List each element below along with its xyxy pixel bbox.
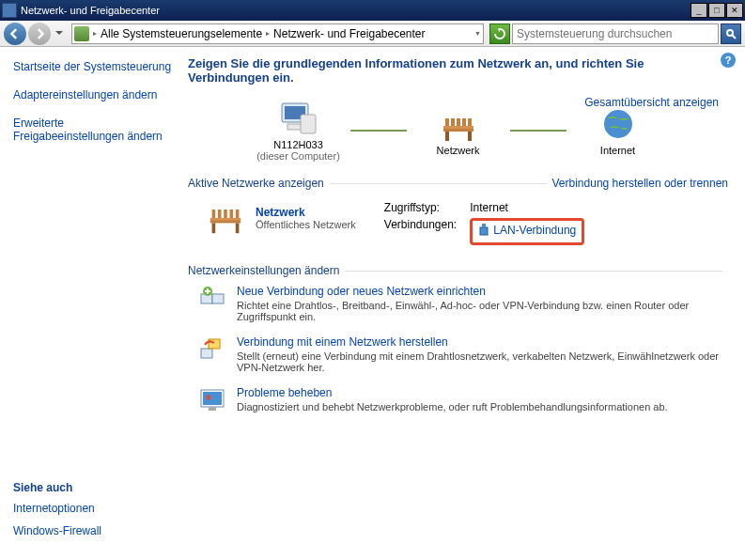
lan-connection-link[interactable]: LAN-Verbindung (478, 224, 576, 237)
nav-history-dropdown[interactable] (53, 23, 66, 45)
map-computer-name: N112H033 (273, 139, 323, 150)
svg-rect-24 (236, 210, 240, 218)
new-connection-icon (199, 285, 225, 311)
lan-connection-highlight: LAN-Verbindung (470, 218, 584, 245)
sidebar: Startseite der Systemsteuerung Adapterei… (0, 47, 188, 560)
network-icon (438, 105, 479, 143)
svg-rect-14 (468, 118, 472, 126)
svg-rect-8 (468, 132, 472, 141)
setting-troubleshoot-link[interactable]: Probleme beheben (237, 386, 332, 399)
svg-rect-5 (301, 115, 316, 133)
close-button[interactable]: ✕ (726, 3, 743, 18)
help-icon[interactable]: ? (721, 53, 736, 68)
svg-rect-26 (482, 224, 486, 227)
network-name-link[interactable]: Netzwerk (256, 206, 305, 219)
svg-rect-19 (210, 218, 241, 221)
app-icon (2, 3, 17, 18)
access-type-value: Internet (470, 201, 584, 214)
setting-new-connection-link[interactable]: Neue Verbindung oder neues Netzwerk einr… (237, 285, 486, 298)
map-node-internet: Internet (567, 105, 670, 156)
sidebar-internet-options[interactable]: Internetoptionen (13, 502, 175, 515)
svg-rect-21 (218, 210, 222, 218)
svg-rect-10 (445, 118, 449, 126)
minimize-button[interactable]: _ (691, 3, 707, 18)
sidebar-windows-firewall[interactable]: Windows-Firewall (13, 524, 175, 537)
setting-troubleshoot: Probleme beheben Diagnostiziert und behe… (188, 386, 728, 412)
svg-rect-25 (480, 227, 488, 235)
svg-rect-17 (212, 223, 216, 233)
svg-rect-30 (201, 349, 212, 358)
connect-disconnect-link[interactable]: Verbindung herstellen oder trennen (552, 177, 728, 190)
access-type-label: Zugriffstyp: (384, 201, 457, 214)
back-button[interactable] (4, 23, 26, 45)
divider (330, 183, 547, 184)
search-box[interactable] (512, 23, 719, 44)
setting-new-connection: Neue Verbindung oder neues Netzwerk einr… (188, 285, 728, 322)
troubleshoot-icon (199, 386, 225, 412)
active-networks-heading: Aktive Netzwerke anzeigen (188, 177, 324, 190)
change-settings-heading: Netzwerkeinstellungen ändern (188, 264, 339, 277)
chevron-right-icon: ▸ (93, 29, 97, 38)
map-network-label: Netzwerk (437, 145, 480, 156)
map-internet-label: Internet (600, 145, 635, 156)
network-map: Gesamtübersicht anzeigen N112H033 (diese… (188, 90, 728, 173)
computer-icon (278, 100, 319, 137)
svg-rect-23 (230, 210, 234, 218)
search-input[interactable] (517, 27, 714, 40)
svg-rect-33 (203, 392, 222, 405)
address-bar[interactable]: ▸ Alle Systemsteuerungselemente ▸ Netzwe… (71, 23, 484, 44)
svg-rect-28 (212, 294, 224, 303)
map-connection-line (350, 130, 407, 132)
svg-rect-9 (443, 126, 473, 129)
setting-new-connection-desc: Richtet eine Drahtlos-, Breitband-, Einw… (237, 300, 728, 322)
divider (345, 271, 722, 272)
refresh-button[interactable] (489, 23, 510, 44)
connections-label: Verbindungen: (384, 218, 457, 245)
svg-rect-12 (457, 118, 460, 126)
sidebar-adapter-settings[interactable]: Adaptereinstellungen ändern (13, 88, 175, 101)
title-bar: Netzwerk- und Freigabecenter _ □ ✕ (0, 0, 745, 21)
chevron-right-icon: ▸ (266, 29, 270, 38)
setting-connect-network-desc: Stellt (erneut) eine Verbindung mit eine… (237, 350, 728, 373)
control-panel-icon (74, 26, 89, 41)
setting-connect-network: Verbindung mit einem Netzwerk herstellen… (188, 335, 728, 373)
connect-network-icon (199, 335, 225, 362)
svg-rect-18 (236, 223, 240, 233)
page-heading: Zeigen Sie die grundlegenden Information… (188, 56, 728, 85)
sidebar-home[interactable]: Startseite der Systemsteuerung (13, 60, 175, 73)
svg-rect-13 (462, 118, 466, 126)
sidebar-advanced-sharing[interactable]: Erweiterte Freigabeeinstellungen ändern (13, 117, 175, 143)
svg-rect-7 (445, 132, 449, 141)
map-node-computer: N112H033 (dieser Computer) (247, 100, 350, 162)
network-type-label: Öffentliches Netzwerk (256, 219, 356, 230)
svg-rect-34 (209, 407, 216, 411)
toolbar: ▸ Alle Systemsteuerungselemente ▸ Netzwe… (0, 21, 745, 47)
svg-rect-11 (451, 118, 455, 126)
svg-rect-22 (224, 210, 227, 218)
svg-rect-20 (212, 210, 216, 218)
address-dropdown[interactable]: ▼ (474, 30, 481, 37)
setting-connect-network-link[interactable]: Verbindung mit einem Netzwerk herstellen (237, 335, 448, 349)
ethernet-icon (478, 224, 489, 237)
breadcrumb-segment[interactable]: Netzwerk- und Freigabecenter (273, 27, 425, 40)
setting-troubleshoot-desc: Diagnostiziert und behebt Netzwerkproble… (237, 401, 668, 412)
network-bench-icon (207, 201, 244, 235)
forward-button[interactable] (28, 23, 51, 45)
map-computer-sub: (dieser Computer) (256, 150, 340, 162)
search-button[interactable] (721, 23, 741, 44)
svg-point-15 (604, 110, 632, 138)
maximize-button[interactable]: □ (708, 3, 725, 18)
map-node-network: Netzwerk (407, 105, 510, 156)
map-connection-line (510, 130, 567, 132)
svg-line-1 (733, 35, 737, 39)
breadcrumb-segment[interactable]: Alle Systemsteuerungselemente (101, 27, 262, 40)
svg-point-0 (727, 30, 733, 36)
main-content: ? Zeigen Sie die grundlegenden Informati… (188, 47, 745, 560)
full-map-link[interactable]: Gesamtübersicht anzeigen (584, 96, 719, 109)
window-title: Netzwerk- und Freigabecenter (21, 5, 691, 16)
globe-icon (598, 105, 639, 143)
see-also-heading: Siehe auch (13, 481, 175, 494)
